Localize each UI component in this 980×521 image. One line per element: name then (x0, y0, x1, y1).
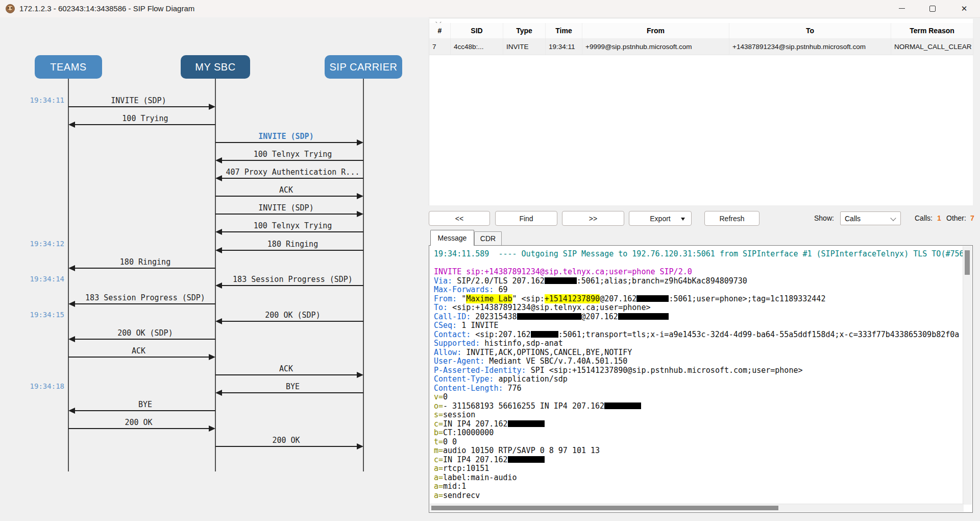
column-header-type[interactable]: Type (503, 23, 546, 38)
other-count-label: Other: (946, 214, 966, 222)
flow-message[interactable]: ACK (215, 196, 357, 197)
vertical-scrollbar-thumb[interactable] (965, 250, 970, 275)
close-button[interactable]: ✕ (952, 0, 976, 17)
sip-line: a=rtcp:10151 (434, 464, 963, 473)
sip-line: s=session (434, 410, 963, 419)
sip-line: Supported: histinfo,sdp-anat (434, 339, 963, 348)
sip-line: CSeq: 1 INVITE (434, 321, 963, 330)
sip-line: a=label:main-audio (434, 473, 963, 482)
flow-timestamp: 19:34:12 (15, 240, 64, 248)
cell-from[interactable]: +9999@sip.pstnhub.microsoft.com (582, 38, 729, 55)
maximize-button[interactable] (921, 0, 944, 17)
flow-message[interactable]: 180 Ringing (222, 250, 363, 251)
flow-message[interactable]: INVITE (SDP) (68, 106, 209, 107)
cell-type[interactable]: INVITE (503, 38, 546, 55)
tab-message[interactable]: Message (430, 230, 474, 246)
flow-timestamp: 19:34:15 (15, 311, 64, 319)
dropdown-caret-icon (681, 218, 685, 221)
vertical-scrollbar[interactable] (963, 246, 972, 505)
flow-message[interactable]: INVITE (SDP) (215, 214, 357, 215)
flow-message-label: 180 Ringing (75, 257, 215, 267)
sip-line: Content-Length: 776 (434, 384, 963, 393)
flow-message-label: 100 Telnyx Trying (222, 150, 363, 159)
column-header-time[interactable]: Time (546, 23, 582, 38)
horizontal-scrollbar-thumb[interactable] (431, 506, 778, 510)
flow-message[interactable]: 100 Trying (75, 124, 215, 125)
flow-message-label: ACK (68, 346, 209, 356)
flow-message-label: ACK (215, 185, 357, 195)
cell--[interactable]: 7 (429, 38, 451, 55)
sip-line: c=IN IP4 207.162 (434, 419, 963, 429)
close-icon: ✕ (961, 5, 968, 12)
flow-message[interactable]: INVITE (SDP) (215, 142, 357, 143)
cell-time[interactable]: 19:34:11 (546, 38, 582, 55)
show-filter-combobox[interactable]: Calls (840, 211, 901, 225)
flow-message-label: 200 OK (SDP) (75, 328, 215, 338)
title-bar: 172.1.2.3 - 602343:14:3438586 - SIP Flow… (0, 0, 980, 18)
tab-cdr[interactable]: CDR (474, 231, 502, 245)
table-row[interactable]: 74cc48b:...INVITE19:34:11+9999@sip.pstnh… (429, 38, 973, 55)
flow-message[interactable]: BYE (222, 392, 363, 393)
redaction (508, 456, 545, 463)
redaction (618, 313, 669, 320)
column-header-from[interactable]: From (582, 23, 729, 38)
horizontal-scrollbar[interactable] (430, 504, 964, 512)
flow-message-label: 407 Proxy Authentication R... (222, 168, 363, 177)
sip-line: a=sendrecv (434, 491, 963, 500)
flow-message-label: INVITE (SDP) (68, 96, 209, 105)
sip-line: Call-ID: 202315438@207.162 (434, 312, 963, 321)
actor-teams: TEAMS (35, 55, 102, 79)
flow-message[interactable]: 183 Session Progress (SDP) (75, 303, 215, 304)
calls-count-value: 1 (937, 214, 941, 222)
flow-message-label: 100 Telnyx Trying (222, 221, 363, 230)
cell-term-reason[interactable]: NORMAL_CALL_CLEAR (891, 38, 973, 55)
flow-message[interactable]: ACK (68, 357, 209, 358)
sip-line: t=0 0 (434, 437, 963, 446)
flow-message[interactable]: 200 OK (SDP) (75, 339, 215, 340)
flow-message-label: INVITE (SDP) (215, 203, 357, 212)
other-count-value: 7 (970, 214, 974, 222)
flow-message[interactable]: BYE (75, 410, 215, 411)
flow-message-label: 200 OK (SDP) (222, 311, 363, 320)
column-header-to[interactable]: To (729, 23, 891, 38)
flow-message[interactable]: 100 Telnyx Trying (222, 231, 363, 232)
flow-message-label: 200 OK (68, 418, 209, 427)
flow-message[interactable]: 100 Telnyx Trying (222, 160, 363, 161)
sip-line: v=0 (434, 392, 963, 401)
flow-message[interactable]: ACK (215, 374, 357, 375)
flow-message-label: ACK (215, 364, 357, 373)
refresh-button[interactable]: Refresh (704, 211, 760, 226)
flow-message[interactable]: 200 OK (SDP) (222, 321, 363, 322)
redaction (545, 277, 577, 284)
flow-timestamp: 19:34:14 (15, 275, 64, 283)
cell-sid[interactable]: 4cc48b:... (451, 38, 503, 55)
flow-message[interactable]: 407 Proxy Authentication R... (222, 178, 363, 179)
flow-message[interactable]: 183 Session Progress (SDP) (222, 285, 363, 286)
flow-message[interactable]: 200 OK (215, 446, 357, 447)
flow-message[interactable]: 180 Ringing (75, 268, 215, 269)
column-header-sid[interactable]: SID (451, 23, 503, 38)
flow-message[interactable]: 200 OK (68, 428, 209, 429)
redaction (604, 402, 641, 409)
flow-message-label: 183 Session Progress (SDP) (75, 293, 215, 302)
find-button[interactable]: Find (495, 211, 557, 226)
app-icon (6, 4, 15, 13)
sip-line: 19:34:11.589 ---- Outgoing SIP Message t… (434, 249, 963, 258)
minimize-button[interactable] (890, 0, 914, 17)
sip-line: Via: SIP/2.0/TLS 207.162:5061;alias;bran… (434, 276, 963, 286)
sip-line: From: "Maxime Lab" <sip:+15141237890@207… (434, 294, 963, 303)
sip-line: Allow: INVITE,ACK,OPTIONS,CANCEL,BYE,NOT… (434, 348, 963, 357)
maximize-icon (929, 6, 936, 12)
cell-to[interactable]: +14387891234@sip.pstnhub.microsoft.com (729, 38, 891, 55)
flow-message-label: 180 Ringing (222, 240, 363, 249)
previous-button[interactable]: << (429, 211, 490, 226)
window-title: 172.1.2.3 - 602343:14:3438586 - SIP Flow… (19, 4, 194, 13)
column-header--[interactable]: # (429, 23, 451, 38)
actor-sip-carrier: SIP CARRIER (325, 55, 402, 79)
next-button[interactable]: >> (562, 211, 624, 226)
calls-count-label: Calls: (915, 214, 933, 222)
sip-line: To: <sip:+14387891234@sip.telnyx.ca;user… (434, 303, 963, 312)
redaction (508, 420, 545, 427)
export-button[interactable]: Export (629, 211, 692, 226)
column-header-term-reason[interactable]: Term Reason (891, 23, 973, 38)
